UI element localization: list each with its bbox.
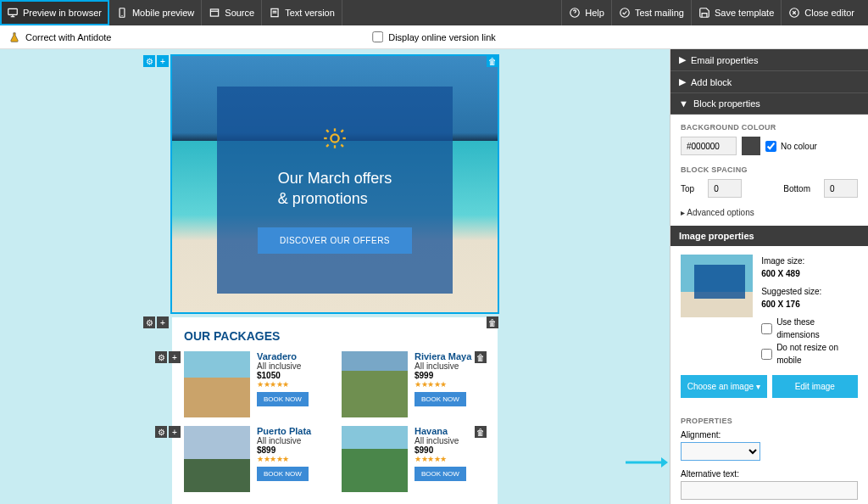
preview-browser-button[interactable]: Preview in browser: [0, 0, 109, 25]
callout-arrow-icon: [626, 456, 668, 468]
source-button[interactable]: Source: [202, 0, 262, 25]
spacing-top-input[interactable]: [708, 179, 742, 198]
package-sub: All inclusive: [257, 361, 309, 371]
save-icon: [698, 7, 710, 19]
star-rating: ★★★★★: [257, 455, 311, 463]
package-sub: All inclusive: [415, 361, 471, 371]
book-now-button[interactable]: BOOK NOW: [415, 467, 466, 481]
svg-rect-5: [211, 9, 219, 16]
alt-text-input[interactable]: [681, 481, 858, 500]
save-template-button[interactable]: Save template: [691, 0, 781, 25]
alignment-select[interactable]: [681, 442, 760, 461]
star-rating: ★★★★★: [415, 380, 471, 389]
image-thumbnail: [681, 255, 753, 317]
test-mailing-button[interactable]: Test mailing: [611, 0, 691, 25]
mobile-preview-button[interactable]: Mobile preview: [109, 0, 202, 25]
editor-canvas[interactable]: ⚙+ 🗑 Our March offers & promotions DISCO…: [0, 49, 670, 504]
delete-handle[interactable]: 🗑: [487, 55, 498, 67]
delete-handle[interactable]: 🗑: [475, 351, 487, 363]
secondary-toolbar: Correct with Antidote Display online ver…: [0, 25, 868, 49]
hero-cta-button[interactable]: DISCOVER OUR OFFERS: [258, 227, 412, 254]
package-name: Havana: [415, 426, 466, 436]
package-price: $899: [257, 445, 311, 455]
package-item[interactable]: Puerto Plata All inclusive $899 ★★★★★ BO…: [184, 426, 328, 492]
package-image: [184, 351, 250, 417]
hero-title-2: & promotions: [278, 190, 368, 207]
close-circle-icon: [788, 7, 800, 19]
test-mailing-label: Test mailing: [635, 8, 684, 18]
advanced-options-toggle[interactable]: ▸ Advanced options: [681, 208, 858, 217]
antidote-label: Correct with Antidote: [25, 32, 112, 42]
flask-icon: [8, 31, 20, 43]
online-version-label: Display online version link: [388, 32, 496, 42]
packages-block[interactable]: ⚙+ 🗑 OUR PACKAGES ⚙+ 🗑 Varadero All in: [172, 317, 498, 504]
top-label: Top: [681, 184, 694, 193]
source-label: Source: [225, 8, 254, 18]
star-rating: ★★★★★: [415, 455, 466, 463]
bottom-label: Bottom: [783, 184, 810, 193]
add-handle[interactable]: +: [169, 426, 181, 438]
svg-point-16: [331, 134, 338, 142]
online-version-checkbox[interactable]: [372, 31, 383, 42]
hero-block[interactable]: ⚙+ 🗑 Our March offers & promotions DISCO…: [172, 56, 498, 312]
add-block-accordion[interactable]: ▶ Add block: [670, 71, 868, 93]
svg-marker-27: [661, 457, 668, 468]
svg-line-22: [326, 145, 328, 147]
settings-handle[interactable]: ⚙: [143, 316, 155, 328]
package-item[interactable]: Varadero All inclusive $1050 ★★★★★ BOOK …: [184, 351, 328, 417]
packages-heading: OUR PACKAGES: [184, 329, 486, 343]
use-dimensions-checkbox[interactable]: [761, 323, 772, 334]
properties-subhead: PROPERTIES: [681, 417, 858, 425]
text-version-button[interactable]: Text version: [262, 0, 342, 25]
properties-panel: ▶ Email properties ▶ Add block ▼ Block p…: [670, 49, 868, 504]
edit-image-button[interactable]: Edit image: [772, 375, 859, 398]
no-resize-checkbox[interactable]: [761, 349, 772, 360]
book-now-button[interactable]: BOOK NOW: [257, 392, 309, 406]
antidote-button[interactable]: Correct with Antidote: [0, 31, 120, 43]
svg-line-24: [326, 130, 328, 132]
add-handle[interactable]: +: [169, 351, 181, 363]
monitor-icon: [7, 7, 19, 19]
book-now-button[interactable]: BOOK NOW: [415, 392, 466, 406]
top-toolbar: Preview in browser Mobile preview Source…: [0, 0, 868, 25]
no-colour-label: No colour: [781, 142, 817, 151]
image-size-label: Image size:: [761, 255, 858, 267]
package-name: Puerto Plata: [257, 426, 311, 436]
close-editor-button[interactable]: Close editor: [781, 0, 861, 25]
email-properties-accordion[interactable]: ▶ Email properties: [670, 49, 868, 71]
alt-text-label: Alternative text:: [681, 469, 858, 479]
bg-colour-input[interactable]: [681, 137, 737, 155]
text-version-label: Text version: [285, 8, 335, 18]
suggested-size-value: 600 X 176: [761, 298, 858, 311]
bg-colour-swatch[interactable]: [742, 137, 760, 155]
mobile-icon: [116, 7, 128, 19]
settings-handle[interactable]: ⚙: [155, 351, 167, 363]
book-now-button[interactable]: BOOK NOW: [257, 467, 309, 481]
text-icon: [269, 7, 281, 19]
help-button[interactable]: Help: [561, 0, 611, 25]
package-item[interactable]: Riviera Maya All inclusive $999 ★★★★★ BO…: [342, 351, 486, 417]
add-handle[interactable]: +: [157, 55, 169, 67]
suggested-size-label: Suggested size:: [761, 285, 858, 298]
block-spacing-label: BLOCK SPACING: [681, 165, 858, 174]
package-sub: All inclusive: [257, 436, 311, 445]
sun-icon: [323, 126, 347, 150]
delete-handle[interactable]: 🗑: [487, 316, 498, 328]
spacing-bottom-input[interactable]: [824, 179, 858, 198]
hero-image[interactable]: Our March offers & promotions DISCOVER O…: [172, 56, 498, 312]
settings-handle[interactable]: ⚙: [143, 55, 155, 67]
alignment-label: Alignment:: [681, 430, 858, 440]
block-properties-accordion[interactable]: ▼ Block properties: [670, 93, 868, 115]
settings-handle[interactable]: ⚙: [155, 426, 167, 438]
source-icon: [209, 7, 220, 19]
package-item[interactable]: Havana All inclusive $990 ★★★★★ BOOK NOW: [342, 426, 486, 492]
help-icon: [569, 7, 581, 19]
help-label: Help: [585, 8, 604, 18]
bg-colour-label: BACKGROUND COLOUR: [681, 123, 858, 132]
delete-handle[interactable]: 🗑: [475, 426, 487, 438]
no-colour-checkbox[interactable]: [765, 141, 776, 152]
online-version-toggle[interactable]: Display online version link: [372, 31, 496, 42]
add-handle[interactable]: +: [157, 316, 169, 328]
choose-image-button[interactable]: Choose an image ▾: [681, 375, 767, 398]
save-template-label: Save template: [715, 8, 774, 18]
